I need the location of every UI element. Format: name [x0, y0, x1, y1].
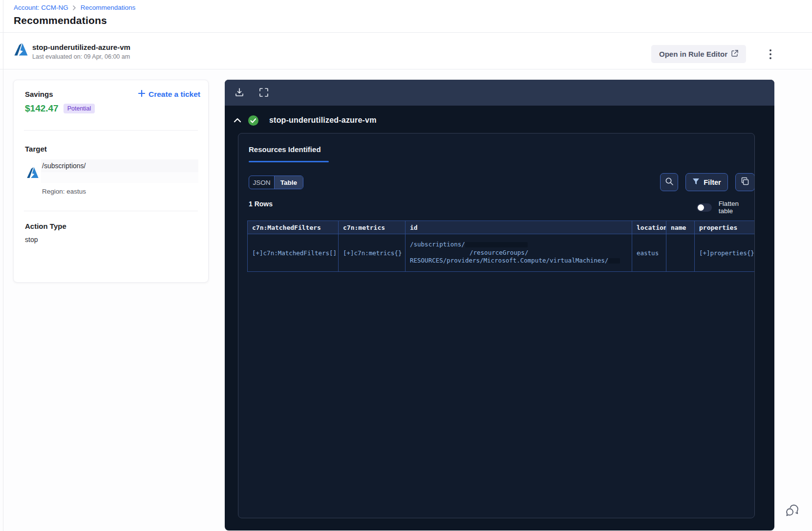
savings-amount: $142.47: [25, 103, 59, 114]
cell-properties[interactable]: [+]properties{}: [695, 234, 755, 272]
table-header-row: c7n:MatchedFilters c7n:metrics id locati…: [248, 221, 755, 234]
filter-button[interactable]: Filter: [685, 173, 728, 191]
create-ticket-label: Create a ticket: [149, 90, 200, 99]
target-path: /subscriptions/: [42, 162, 85, 170]
cell-matched-filters[interactable]: [+]c7n:MatchedFilters[]: [248, 234, 339, 272]
card-divider: [24, 211, 198, 211]
rule-header-divider: [0, 69, 812, 69]
savings-card: Savings Create a ticket $142.47 Potentia…: [13, 80, 209, 283]
open-in-rule-editor-button[interactable]: Open in Rule Editor: [651, 45, 746, 63]
search-icon: [665, 177, 674, 188]
rule-last-evaluated: Last evaluated on: 09 Apr, 06:00 am: [32, 53, 130, 60]
col-matched-filters[interactable]: c7n:MatchedFilters: [248, 221, 339, 234]
cell-name: [666, 234, 695, 272]
active-tab-underline: [249, 161, 329, 162]
recommendations-page: Account: CCM-NG Recommendations Recommen…: [0, 0, 812, 531]
rule-name: stop-underutilized-azure-vm: [32, 43, 130, 51]
left-edge-divider: [3, 0, 3, 531]
table-row: [+]c7n:MatchedFilters[] [+]c7n:metrics{}…: [248, 234, 755, 272]
view-mode-json[interactable]: JSON: [249, 176, 275, 189]
redacted-subscription-id: [465, 242, 528, 247]
panel-toolbar: [225, 80, 774, 106]
create-ticket-button[interactable]: Create a ticket: [138, 90, 200, 99]
action-type-label: Action Type: [25, 222, 66, 230]
fullscreen-icon[interactable]: [259, 88, 270, 98]
open-in-rule-editor-label: Open in Rule Editor: [659, 50, 727, 58]
copy-button[interactable]: [735, 173, 755, 191]
success-check-icon: [248, 115, 259, 126]
cell-id: /subscriptions/ /resourceGroups/ RESOURC…: [406, 234, 632, 272]
redacted-vm-name: [608, 258, 620, 264]
copy-icon: [741, 177, 749, 188]
page-title: Recommendations: [14, 15, 107, 26]
header-divider: [0, 32, 812, 33]
view-mode-table[interactable]: Table: [275, 176, 303, 189]
breadcrumb-current-link[interactable]: Recommendations: [81, 4, 136, 11]
filter-label: Filter: [704, 178, 721, 186]
filter-funnel-icon: [692, 178, 700, 187]
card-divider: [24, 130, 198, 131]
chat-help-icon[interactable]: [784, 503, 800, 519]
download-icon[interactable]: [235, 88, 245, 98]
col-location[interactable]: location: [632, 221, 666, 234]
azure-logo-icon: [14, 42, 28, 57]
tab-resources-identified[interactable]: Resources Identified: [249, 145, 321, 154]
azure-target-icon: [26, 166, 39, 179]
external-link-icon: [731, 50, 738, 58]
flatten-table-label: Flatten table: [719, 200, 754, 215]
target-path-row-secondary: [41, 172, 198, 183]
target-label: Target: [25, 145, 47, 153]
more-options-kebab-icon[interactable]: [765, 46, 776, 63]
savings-label: Savings: [25, 90, 53, 98]
col-id[interactable]: id: [406, 221, 632, 234]
action-type-value: stop: [25, 236, 38, 243]
cell-metrics[interactable]: [+]c7n:metrics{}: [339, 234, 406, 272]
resources-table-wrap: c7n:MatchedFilters c7n:metrics id locati…: [247, 221, 755, 272]
plus-icon: [138, 90, 145, 99]
panel-rule-title: stop-underutilized-azure-vm: [269, 116, 377, 125]
cell-location: eastus: [632, 234, 666, 272]
chevron-right-icon: [72, 5, 77, 10]
collapse-chevron-icon[interactable]: [233, 116, 243, 126]
target-region: Region: eastus: [42, 188, 86, 195]
view-mode-segmented-control: JSON Table: [249, 176, 303, 189]
breadcrumb-account-link[interactable]: Account: CCM-NG: [14, 4, 68, 11]
col-properties[interactable]: properties: [695, 221, 755, 234]
potential-badge: Potential: [64, 104, 95, 113]
target-path-row: /subscriptions/: [41, 159, 198, 172]
breadcrumb: Account: CCM-NG Recommendations: [14, 4, 135, 11]
rows-count: 1 Rows: [249, 200, 273, 208]
resources-identified-card: Resources Identified JSON Table Filter: [238, 133, 755, 518]
search-button[interactable]: [660, 173, 678, 191]
col-metrics[interactable]: c7n:metrics: [339, 221, 406, 234]
flatten-table-toggle[interactable]: [697, 203, 712, 212]
results-panel: stop-underutilized-azure-vm Resources Id…: [225, 80, 774, 531]
resources-table: c7n:MatchedFilters c7n:metrics id locati…: [247, 221, 755, 272]
col-name[interactable]: name: [666, 221, 695, 234]
